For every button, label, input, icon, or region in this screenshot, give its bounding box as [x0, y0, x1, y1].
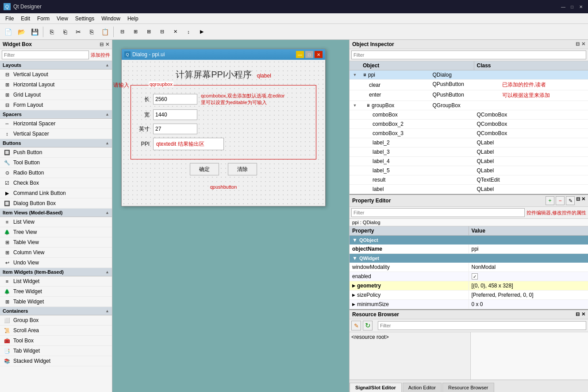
widget-horizontal-spacer[interactable]: ↔ Horizontal Spacer: [0, 119, 112, 129]
toolbar-open[interactable]: 📂: [15, 26, 27, 38]
property-remove-button[interactable]: −: [556, 196, 565, 205]
minimize-button[interactable]: —: [560, 3, 567, 10]
section-layouts[interactable]: Layouts: [0, 61, 112, 70]
resource-refresh-button[interactable]: ↻: [363, 321, 373, 330]
field-input-3[interactable]: [153, 124, 197, 134]
prop-row-enabled[interactable]: enabled ✓: [350, 272, 588, 281]
inspector-filter-input[interactable]: [351, 50, 586, 59]
toolbar-layout-grid[interactable]: ⊞: [142, 26, 155, 38]
field-input-2[interactable]: [153, 109, 197, 120]
enabled-checkbox[interactable]: ✓: [472, 273, 478, 279]
dialog-minimize-button[interactable]: —: [296, 51, 304, 58]
widget-list-widget[interactable]: ≡ List Widget: [0, 276, 112, 287]
widget-radio-button[interactable]: ⊙ Radio Button: [0, 168, 112, 178]
inspector-row-label2[interactable]: label_2 QLabel: [350, 138, 588, 147]
toolbar-redo[interactable]: ⎗: [59, 26, 71, 38]
section-spacers[interactable]: Spacers: [0, 110, 112, 119]
prop-row-objectname[interactable]: objectName ppi: [350, 245, 588, 254]
property-close-button[interactable]: ✕: [581, 196, 585, 205]
widget-box-filter-input[interactable]: [2, 50, 89, 59]
toolbar-layout-h[interactable]: ⊟: [116, 26, 128, 38]
canvas-area[interactable]: Q Dialog - ppi.ui — □ ✕ 计算屏幕PPI小程序 qlabe…: [112, 40, 349, 392]
menu-edit[interactable]: Edit: [17, 15, 34, 23]
inspector-row-enter[interactable]: enter QPushButton 可以根据这里来添加: [350, 90, 588, 101]
prop-row-windowmodality[interactable]: windowModality NonModal: [350, 263, 588, 272]
widget-table-view[interactable]: ⊞ Table View: [0, 237, 112, 248]
widget-table-widget[interactable]: ⊞ Table Widget: [0, 297, 112, 307]
section-buttons[interactable]: Buttons: [0, 139, 112, 147]
inspector-close-button[interactable]: ✕: [581, 41, 585, 47]
menu-settings[interactable]: Settings: [72, 15, 98, 23]
menu-file[interactable]: File: [2, 15, 17, 23]
widget-box-float[interactable]: ⊟: [100, 42, 104, 47]
menu-help[interactable]: Help: [124, 15, 142, 23]
confirm-button[interactable]: 确定: [190, 163, 219, 175]
resource-edit-button[interactable]: ✎: [351, 321, 361, 330]
tab-action-editor[interactable]: Action Editor: [403, 383, 442, 392]
prop-row-minimumsize[interactable]: ▶ minimumSize 0 x 0: [350, 300, 588, 309]
toolbar-preview[interactable]: ▶: [196, 26, 208, 38]
inspector-float-button[interactable]: ⊟: [576, 41, 580, 47]
inspector-row-clear[interactable]: clear QPushButton 已添加的控件,读者: [350, 80, 588, 90]
resource-close-button[interactable]: ✕: [581, 311, 585, 318]
field-input-1[interactable]: [153, 94, 197, 105]
widget-stacked-widget[interactable]: 📚 Stacked Widget: [0, 356, 112, 366]
widget-dialog-button-box[interactable]: 🔲 Dialog Button Box: [0, 198, 112, 209]
maximize-button[interactable]: □: [569, 3, 576, 10]
widget-check-box[interactable]: ☑ Check Box: [0, 178, 112, 188]
widget-grid-layout[interactable]: ⊞ Grid Layout: [0, 90, 112, 100]
section-containers[interactable]: Containers: [0, 307, 112, 315]
section-item-views[interactable]: Item Views (Model-Based): [0, 209, 112, 217]
widget-tree-view[interactable]: 🌲 Tree View: [0, 227, 112, 237]
toolbar-paste[interactable]: 📋: [99, 26, 111, 38]
toolbar-save[interactable]: 💾: [28, 26, 41, 38]
dialog-close-button[interactable]: ✕: [315, 51, 323, 58]
toolbar-adjust-size[interactable]: ↕: [182, 26, 195, 38]
widget-form-layout[interactable]: ⊟ Form Layout: [0, 100, 112, 110]
tab-signal-slot-editor[interactable]: Signal/Slot Editor: [350, 383, 402, 392]
ppi-textbox[interactable]: qtextedit 结果输出区: [153, 138, 224, 150]
close-button[interactable]: ✕: [577, 3, 584, 10]
toolbar-copy[interactable]: ⎘: [85, 26, 98, 38]
toolbar-layout-break[interactable]: ✕: [169, 26, 181, 38]
widget-list-view[interactable]: ≡ List View: [0, 217, 112, 227]
inspector-row-label[interactable]: label QLabel: [350, 185, 588, 194]
inspector-row-groupbox[interactable]: ▼ 🖥groupBox QGroupBox: [350, 101, 588, 110]
widget-horizontal-layout[interactable]: ⊞ Horizontal Layout: [0, 80, 112, 90]
property-add-button[interactable]: +: [546, 196, 554, 205]
inspector-row-label4[interactable]: label_4 QLabel: [350, 157, 588, 166]
toolbar-layout-v[interactable]: ⊞: [129, 26, 142, 38]
toolbar-new[interactable]: 📄: [2, 26, 14, 38]
dialog-restore-button[interactable]: □: [305, 51, 313, 58]
inspector-row-combobox2[interactable]: comboBox_2 QComboBox: [350, 120, 588, 129]
menu-view[interactable]: View: [53, 15, 72, 23]
widget-group-box[interactable]: ⬜ Group Box: [0, 315, 112, 326]
toolbar-layout-form[interactable]: ⊟: [156, 26, 168, 38]
tab-resource-browser[interactable]: Resource Browser: [442, 383, 494, 392]
property-reset-button[interactable]: ✎: [566, 196, 575, 205]
resource-filter-input[interactable]: [378, 321, 586, 330]
inspector-row-label5[interactable]: label_5 QLabel: [350, 166, 588, 175]
section-item-widgets[interactable]: Item Widgets (Item-Based): [0, 268, 112, 276]
prop-row-geometry[interactable]: ▶ geometry [(0, 0), 458 x 328]: [350, 281, 588, 291]
prop-row-sizepolicy[interactable]: ▶ sizePolicy [Preferred, Preferred, 0, 0…: [350, 291, 588, 300]
inspector-row-combobox3[interactable]: comboBox_3 QComboBox: [350, 129, 588, 138]
add-control-button[interactable]: 添加控件: [91, 52, 110, 58]
widget-push-button[interactable]: 🔲 Push Button: [0, 147, 112, 158]
resource-float-button[interactable]: ⊟: [576, 311, 580, 318]
inspector-row-ppi[interactable]: ▼ 🖥ppi QDialog: [350, 70, 588, 80]
widget-box-close[interactable]: ✕: [105, 42, 109, 47]
widget-scroll-area[interactable]: 📜 Scroll Area: [0, 326, 112, 336]
inspector-row-label3[interactable]: label_3 QLabel: [350, 147, 588, 157]
toolbar-undo[interactable]: ⎘: [46, 26, 58, 38]
menu-window[interactable]: Window: [98, 15, 124, 23]
inspector-row-result[interactable]: result QTextEdit: [350, 175, 588, 185]
clear-button[interactable]: 清除: [228, 163, 257, 175]
widget-tab-widget[interactable]: 📑 Tab Widget: [0, 346, 112, 356]
widget-vertical-layout[interactable]: ⊟ Vertical Layout: [0, 70, 112, 80]
menu-form[interactable]: Form: [34, 15, 53, 23]
widget-vertical-spacer[interactable]: ↕ Vertical Spacer: [0, 129, 112, 139]
widget-undo-view[interactable]: ↩ Undo View: [0, 258, 112, 268]
inspector-row-combobox[interactable]: comboBox QComboBox: [350, 110, 588, 120]
toolbar-cut[interactable]: ✂: [72, 26, 85, 38]
